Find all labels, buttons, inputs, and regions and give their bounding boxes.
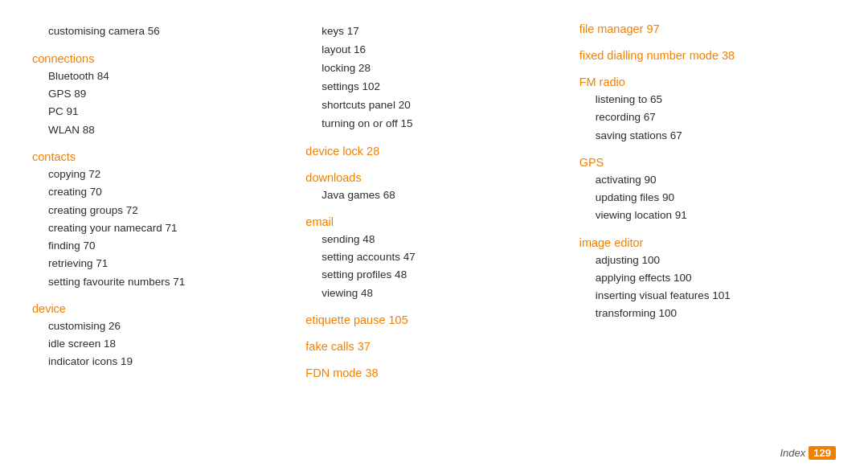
section-item: copying 72 [32, 166, 289, 183]
section-item: transforming 100 [579, 305, 836, 322]
column-2: keys 17layout 16locking 28settings 102sh… [305, 23, 562, 455]
section-item: creating 70 [32, 183, 289, 201]
section-item: GPS 89 [32, 85, 289, 103]
section-header: fixed dialling number mode 38 [579, 49, 836, 62]
section-downloads: downloadsJava games 68 [305, 171, 562, 204]
section-item: updating files 90 [579, 189, 836, 207]
section-item: idle screen 18 [32, 335, 289, 353]
top-section: customising camera 56 [32, 23, 289, 41]
section-header: file manager 97 [579, 23, 836, 35]
section-header: contacts [32, 150, 289, 163]
section-etiquette-pause: etiquette pause 105 [305, 313, 562, 329]
footer-label: Index [780, 447, 805, 459]
section-item: listening to 65 [579, 91, 836, 109]
section-email: emailsending 48setting accounts 47settin… [305, 215, 562, 302]
column-divider [297, 23, 297, 455]
section-item: viewing 48 [305, 285, 562, 302]
section-item: customising 26 [32, 317, 289, 335]
section-header: device [32, 302, 289, 315]
section-item: activating 90 [579, 171, 836, 189]
top-item: shortcuts panel 20 [305, 96, 562, 115]
section-header: image editor [579, 236, 836, 249]
top-item: turning on or off 15 [305, 115, 562, 133]
section-FM-radio: FM radiolistening to 65recording 67savin… [579, 76, 836, 145]
section-fake-calls: fake calls 37 [305, 340, 562, 355]
section-header: device lock 28 [305, 145, 562, 158]
section-item: Java games 68 [305, 186, 562, 204]
section-item: setting favourite numbers 71 [32, 273, 289, 291]
section-header: downloads [305, 171, 562, 184]
section-item: indicator icons 19 [32, 353, 289, 371]
section-header: FDN mode 38 [305, 367, 562, 379]
section-contacts: contactscopying 72creating 70creating gr… [32, 150, 289, 291]
footer-page: 129 [809, 446, 836, 460]
column-1: customising camera 56connectionsBluetoot… [32, 23, 289, 455]
section-item: creating your namecard 71 [32, 219, 289, 237]
top-item: customising camera 56 [32, 23, 289, 41]
section-header: connections [32, 52, 289, 65]
section-device: devicecustomising 26idle screen 18indica… [32, 302, 289, 371]
section-fixed-dialling-number-mode: fixed dialling number mode 38 [579, 49, 836, 64]
section-item: Bluetooth 84 [32, 68, 289, 85]
page-footer: Index 129 [780, 446, 836, 460]
top-item: layout 16 [305, 41, 562, 59]
section-item: setting profiles 48 [305, 266, 562, 284]
section-item: recording 67 [579, 109, 836, 126]
top-item: settings 102 [305, 78, 562, 96]
top-item: locking 28 [305, 59, 562, 78]
section-header: GPS [579, 156, 836, 169]
section-item: PC 91 [32, 103, 289, 121]
section-item: sending 48 [305, 231, 562, 248]
top-section: keys 17layout 16locking 28settings 102sh… [305, 23, 562, 133]
section-header: email [305, 215, 562, 228]
section-item: finding 70 [32, 237, 289, 255]
section-file-manager: file manager 97 [579, 23, 836, 38]
section-item: viewing location 91 [579, 207, 836, 224]
top-item: keys 17 [305, 23, 562, 41]
section-item: saving stations 67 [579, 127, 836, 145]
column-divider [571, 23, 571, 455]
section-FDN-mode: FDN mode 38 [305, 367, 562, 382]
column-3: file manager 97fixed dialling number mod… [579, 23, 836, 455]
section-connections: connectionsBluetooth 84GPS 89PC 91WLAN 8… [32, 52, 289, 139]
section-item: inserting visual features 101 [579, 287, 836, 305]
section-GPS: GPSactivating 90updating files 90viewing… [579, 156, 836, 225]
section-header: FM radio [579, 76, 836, 88]
section-item: adjusting 100 [579, 252, 836, 269]
page-content: customising camera 56connectionsBluetoot… [0, 0, 868, 471]
section-header: fake calls 37 [305, 340, 562, 353]
section-item: retrieving 71 [32, 255, 289, 272]
section-item: WLAN 88 [32, 121, 289, 139]
section-device-lock: device lock 28 [305, 145, 562, 160]
section-header: etiquette pause 105 [305, 313, 562, 326]
section-item: creating groups 72 [32, 202, 289, 219]
section-image-editor: image editoradjusting 100applying effect… [579, 236, 836, 323]
section-item: setting accounts 47 [305, 248, 562, 266]
section-item: applying effects 100 [579, 269, 836, 287]
